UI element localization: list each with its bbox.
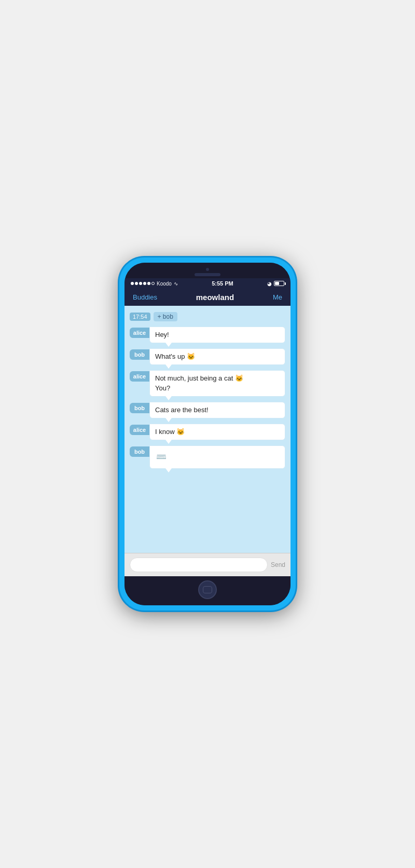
signal-dot-5 [147,282,150,285]
sender-alice-3: alice [130,425,149,435]
message-row: alice I know 🐱 [130,424,285,440]
message-bubble: What's up 🐱 [149,348,285,365]
sender-bob-1: bob [130,349,149,360]
sender-alice-1: alice [130,328,149,338]
carrier-label: Koodo [157,281,172,287]
signal-dot-2 [135,282,138,285]
event-time: 17:54 [130,313,150,321]
status-right: ◕ [267,281,284,287]
event-text: + bob [154,312,177,321]
chat-title: meowland [196,293,234,302]
keyboard-icon: ⌨️ [156,451,167,463]
message-text: Not much, just being a cat 🐱You? [155,374,243,391]
signal-dot-6 [151,282,155,285]
status-time: 5:55 PM [212,280,233,287]
message-bubble: Not much, just being a cat 🐱You? [149,370,285,396]
back-button[interactable]: Buddies [133,293,157,301]
message-row: bob ⌨️ [130,445,285,468]
message-row: bob Cats are the best! [130,402,285,418]
home-button-inner [203,586,212,593]
message-text: Cats are the best! [155,406,209,414]
sender-alice-2: alice [130,371,149,382]
message-bubble: Cats are the best! [149,402,285,418]
signal-dot-4 [143,282,146,285]
signal-dot-1 [131,282,134,285]
sender-bob-3: bob [130,446,149,457]
chat-input[interactable] [130,558,268,572]
wifi-icon: ∿ [174,281,178,287]
phone-outer: Koodo ∿ 5:55 PM ◕ Buddies meowland Me 17… [119,257,296,611]
signal-dot-3 [139,282,142,285]
nav-bar: Buddies meowland Me [125,289,290,306]
message-bubble-typing: ⌨️ [149,445,285,468]
send-button[interactable]: Send [271,561,285,568]
phone-inner: Koodo ∿ 5:55 PM ◕ Buddies meowland Me 17… [125,263,290,605]
message-bubble: I know 🐱 [149,424,285,440]
message-text: What's up 🐱 [155,352,195,360]
sender-bob-2: bob [130,403,149,413]
chat-area: 17:54 + bob alice Hey! bob What's up 🐱 a… [125,306,290,553]
message-row: alice Hey! [130,327,285,343]
speaker-grill [195,273,220,276]
status-bar: Koodo ∿ 5:55 PM ◕ [125,278,290,289]
battery-fill [275,282,279,285]
message-text: Hey! [155,331,169,338]
signal-dots [131,282,155,285]
message-bubble: Hey! [149,327,285,343]
message-row: bob What's up 🐱 [130,348,285,365]
lock-icon: ◕ [267,281,272,287]
home-button[interactable] [198,580,217,599]
message-row: alice Not much, just being a cat 🐱You? [130,370,285,396]
event-row: 17:54 + bob [130,312,285,321]
typing-indicator: ⌨️ [155,449,280,465]
message-text: I know 🐱 [155,428,185,436]
input-bar: Send [125,553,290,576]
top-bezel [125,263,290,278]
battery-icon [274,281,284,286]
status-left: Koodo ∿ [131,281,178,287]
bottom-bezel [125,576,290,605]
me-button[interactable]: Me [273,293,282,301]
camera-dot [206,268,209,271]
